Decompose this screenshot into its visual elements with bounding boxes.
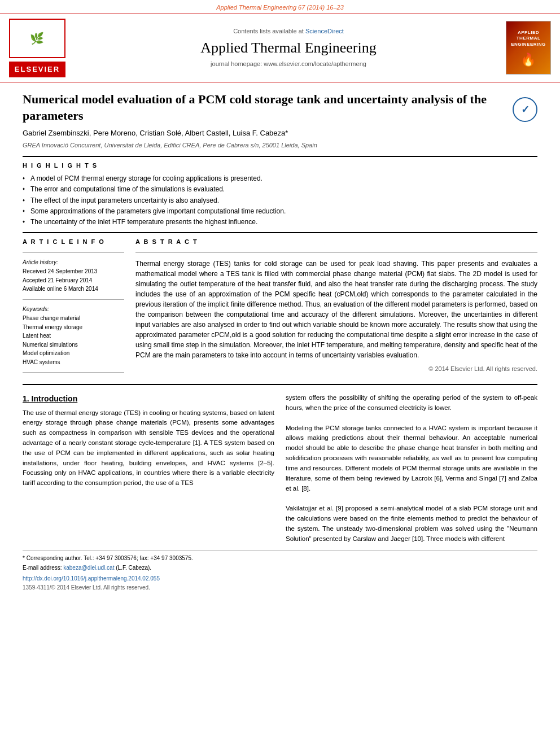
journal-title: Applied Thermal Engineering [77, 37, 500, 59]
journal-header-center: Contents lists available at ScienceDirec… [77, 27, 500, 69]
paper-authors: Gabriel Zsembinszki, Pere Moreno, Cristi… [23, 128, 507, 139]
abstract-column: A B S T R A C T Thermal energy storage (… [135, 238, 537, 378]
accepted-date: Accepted 21 February 2014 [23, 277, 124, 285]
intro-section-title: 1. Introduction [23, 393, 274, 404]
highlights-list: A model of PCM thermal energy storage fo… [23, 174, 537, 228]
journal-header: 🌿 ELSEVIER Contents lists available at S… [0, 14, 560, 82]
info-top-divider [23, 252, 124, 253]
abstract-label: A B S T R A C T [135, 238, 537, 247]
highlight-item-2: The error and computational time of the … [23, 185, 537, 194]
available-date: Available online 6 March 2014 [23, 285, 124, 294]
paper-title-section: Numerical model evaluation of a PCM cold… [23, 91, 537, 150]
info-abstract-section: A R T I C L E I N F O Article history: R… [23, 238, 537, 378]
highlights-label: H I G H L I G H T S [23, 161, 537, 171]
footnote-area: * Corresponding author. Tel.: +34 97 300… [23, 551, 537, 592]
sciencedirect-link[interactable]: ScienceDirect [305, 28, 344, 34]
keyword-3: Latent heat [23, 332, 124, 340]
abstract-text: Thermal energy storage (TES) tanks for c… [135, 259, 537, 360]
highlight-item-4: Some approximations of the parameters gi… [23, 207, 537, 216]
paper-title-text-area: Numerical model evaluation of a PCM cold… [23, 91, 507, 150]
keywords-label: Keywords: [23, 305, 124, 314]
article-history-block: Article history: Received 24 September 2… [23, 259, 124, 294]
article-info-column: A R T I C L E I N F O Article history: R… [23, 238, 124, 378]
main-content-area: Numerical model evaluation of a PCM cold… [0, 82, 560, 601]
journal-reference-bar: Applied Thermal Engineering 67 (2014) 16… [0, 0, 560, 14]
elsevier-wordmark: ELSEVIER [9, 62, 65, 77]
journal-homepage: journal homepage: www.elsevier.com/locat… [77, 60, 500, 69]
issn-line: 1359-4311/© 2014 Elsevier Ltd. All right… [23, 584, 537, 592]
journal-reference: Applied Thermal Engineering 67 (2014) 16… [216, 4, 344, 11]
corresponding-author: * Corresponding author. Tel.: +34 97 300… [23, 554, 537, 563]
elsevier-logo-area: 🌿 ELSEVIER [9, 19, 71, 77]
keyword-1: Phase change material [23, 314, 124, 323]
crossmark-badge: ✓ [513, 97, 537, 122]
highlight-item-1: A model of PCM thermal energy storage fo… [23, 174, 537, 184]
intro-right-col: system offers the possibility of shiftin… [286, 393, 537, 544]
intro-right-text: system offers the possibility of shiftin… [286, 393, 537, 544]
history-label: Article history: [23, 259, 124, 267]
keyword-5: Model optimization [23, 350, 124, 358]
paper-title: Numerical model evaluation of a PCM cold… [23, 91, 507, 124]
info-mid-divider [23, 299, 124, 300]
info-bottom-divider [23, 372, 124, 373]
email-label: E-mail address: [23, 565, 62, 571]
cover-image: APPLIED THERMAL ENGINEERING 🔥 [506, 21, 551, 75]
abstract-bottom-divider [23, 384, 537, 385]
keywords-block: Keywords: Phase change material Thermal … [23, 305, 124, 367]
highlight-item-5: The uncertainty of the inlet HTF tempera… [23, 217, 537, 227]
highlights-divider [23, 232, 537, 233]
doi-link[interactable]: http://dx.doi.org/10.1016/j.applthermale… [23, 575, 160, 582]
title-divider [23, 156, 537, 157]
keywords-list: Phase change material Thermal energy sto… [23, 314, 124, 366]
journal-thumbnail-top: 🌿 [9, 19, 65, 58]
copyright-line: © 2014 Elsevier Ltd. All rights reserved… [135, 365, 537, 374]
abstract-top-divider [135, 252, 537, 253]
intro-left-col: 1. Introduction The use of thermal energ… [23, 393, 274, 544]
keyword-6: HVAC systems [23, 359, 124, 367]
intro-left-text: The use of thermal energy storage (TES) … [23, 408, 274, 489]
doi-line: http://dx.doi.org/10.1016/j.applthermale… [23, 573, 537, 584]
email-name: (L.F. Cabeza). [116, 565, 151, 571]
contents-available: Contents lists available at ScienceDirec… [77, 27, 500, 36]
received-date: Received 24 September 2013 [23, 268, 124, 276]
journal-cover-thumb: APPLIED THERMAL ENGINEERING 🔥 [506, 21, 551, 75]
keyword-2: Thermal energy storage [23, 324, 124, 332]
paper-affiliation: GREA Innovació Concurrent, Universitat d… [23, 141, 507, 150]
highlight-item-3: The effect of the input parameters uncer… [23, 196, 537, 206]
email-line: E-mail address: kabeza@diei.udl.cat (L.F… [23, 564, 537, 573]
email-link[interactable]: kabeza@diei.udl.cat [63, 565, 114, 571]
keyword-4: Numerical simulations [23, 341, 124, 350]
article-info-label: A R T I C L E I N F O [23, 238, 124, 247]
introduction-section: 1. Introduction The use of thermal energ… [23, 393, 537, 544]
